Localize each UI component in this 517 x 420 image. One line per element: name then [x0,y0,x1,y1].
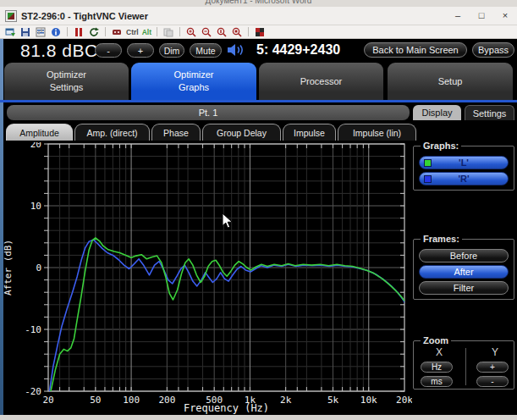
svg-text:20: 20 [42,395,53,406]
frames-legend: Frames: [421,234,462,244]
close-button[interactable]: × [493,7,517,25]
tab-impulse-lin[interactable]: Impulse (lin) [338,124,416,141]
frames-group: Frames: Before After Filter [413,234,514,300]
svg-text:10: 10 [30,201,41,212]
tab-setup[interactable]: Setup [388,63,513,100]
bypass-button[interactable]: Bypass [472,42,514,58]
volume-up-button[interactable]: + [127,43,154,58]
svg-text:-20: -20 [25,386,41,397]
vnc-toolbar: Ctrl Alt [0,25,517,39]
curve-r [50,240,405,391]
tab-settings-panel[interactable]: Settings [465,105,514,120]
ctrl-alt-del-icon[interactable] [111,26,123,37]
frame-filter-button[interactable]: Filter [419,281,509,295]
svg-text:20k: 20k [396,395,412,406]
speaker-icon[interactable] [227,43,247,60]
curve-l [51,238,404,391]
tab-group-delay[interactable]: Group Delay [202,124,281,141]
zoom-y-label: Y [492,346,498,358]
svg-text:50: 50 [90,395,101,406]
frame-after-button[interactable]: After [419,265,509,279]
new-connection-icon[interactable] [4,26,16,37]
toolbar-separator [248,27,249,36]
background-window-bottom-edge [0,415,517,420]
zoom-100-icon[interactable] [216,26,228,37]
tab-amplitude[interactable]: Amplitude [6,124,73,141]
tab-underline [0,100,517,102]
graphs-group: Graphs: 'L' 'R' [413,141,514,191]
zoom-fit-icon[interactable] [231,26,243,37]
zoom-y-minus-button[interactable]: - [476,376,509,387]
maximize-button[interactable]: □ [470,7,493,25]
graphs-legend: Graphs: [421,141,461,151]
alt-toggle[interactable]: Alt [142,28,151,36]
zoom-legend: Zoom [421,335,451,345]
tab-amp-direct[interactable]: Amp. (direct) [74,124,150,141]
svg-text:2k: 2k [280,395,292,406]
zoom-ms-button[interactable]: ms [421,376,453,387]
channel-r-color-swatch [424,175,432,183]
tab-processor[interactable]: Processor [259,63,383,100]
status-bar: 81.8 dBC - + Dim Mute 5: 4429+2430 Back … [0,39,517,61]
remote-screen: 81.8 dBC - + Dim Mute 5: 4429+2430 Back … [0,39,517,415]
ctrl-toggle[interactable]: Ctrl [126,28,139,36]
channel-r-label: 'R' [458,174,469,184]
toolbar-separator [105,27,106,36]
tab-impulse[interactable]: Impulse [283,124,336,141]
zoom-in-icon[interactable] [185,26,197,37]
preset-readout: 5: 4429+2430 [256,42,340,58]
svg-text:5k: 5k [327,395,339,406]
window-title: ST2-296:0 - TightVNC Viewer [21,11,148,21]
mouse-cursor [222,213,234,233]
tightvnc-app-icon [5,10,17,22]
svg-text:-10: -10 [25,324,41,335]
svg-text:200: 200 [158,395,175,406]
channel-r-button[interactable]: 'R' [419,172,509,185]
tab-display[interactable]: Display [413,105,461,120]
refresh-icon[interactable] [88,26,100,37]
toolbar-separator [67,27,68,36]
back-to-main-screen-button[interactable]: Back to Main Screen [364,42,467,58]
minimize-button[interactable]: – [446,7,470,25]
channel-l-button[interactable]: 'L' [419,156,509,169]
file-transfer-icon [162,26,174,37]
svg-text:10k: 10k [360,395,377,406]
mute-button[interactable]: Mute [190,43,222,58]
zoom-hz-button[interactable]: Hz [421,362,453,373]
y-axis-label: After (dB) [3,240,14,296]
tab-phase[interactable]: Phase [151,124,201,141]
volume-down-button[interactable]: - [95,43,122,58]
vnc-titlebar: ST2-296:0 - TightVNC Viewer – □ × [0,7,517,25]
svg-text:0: 0 [36,262,41,274]
x-axis-label: Frequency (Hz) [184,402,269,414]
zoom-y-plus-button[interactable]: + [476,362,509,373]
frame-before-button[interactable]: Before [419,249,509,262]
zoom-group: Zoom X Y Hz ms + - [413,335,514,390]
save-session-icon[interactable] [19,26,31,37]
response-graph-canvas: 20100-10-2020501002005001k2k5k10k20kFreq… [0,142,412,415]
pause-icon[interactable] [73,26,85,37]
dim-button[interactable]: Dim [159,43,184,58]
svg-text:100: 100 [123,395,140,406]
svg-text:20: 20 [30,142,41,150]
channel-l-color-swatch [424,159,432,167]
response-graph: 20100-10-2020501002005001k2k5k10k20kFreq… [0,142,412,415]
tab-optimizer-graphs[interactable]: Optimizer Graphs [131,63,256,100]
zoom-divider [465,348,466,385]
toolbar-separator [179,27,180,36]
point-selector[interactable]: Pt. 1 [7,105,410,120]
connection-info-icon[interactable] [50,26,62,37]
screenshot-root: { "background": { "window_title": "Докум… [0,0,517,420]
toolbar-separator [157,27,157,36]
tab-optimizer-settings[interactable]: Optimizer Settings [4,63,129,100]
background-window-title: Документ1 - Microsoft Word [0,0,517,7]
zoom-out-icon[interactable] [201,26,212,37]
channel-l-label: 'L' [459,158,469,168]
zoom-x-label: X [436,346,443,358]
volume-level: 81.8 dBC [20,41,98,61]
fullscreen-icon[interactable] [254,26,266,37]
connection-options-icon[interactable] [35,26,47,37]
